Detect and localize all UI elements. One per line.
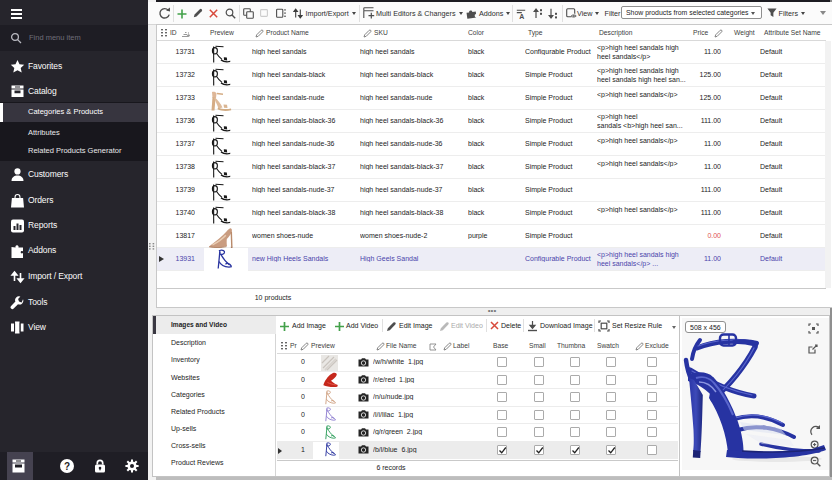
svg-text:?: ? [64, 461, 70, 472]
svg-text:A: A [519, 12, 524, 18]
